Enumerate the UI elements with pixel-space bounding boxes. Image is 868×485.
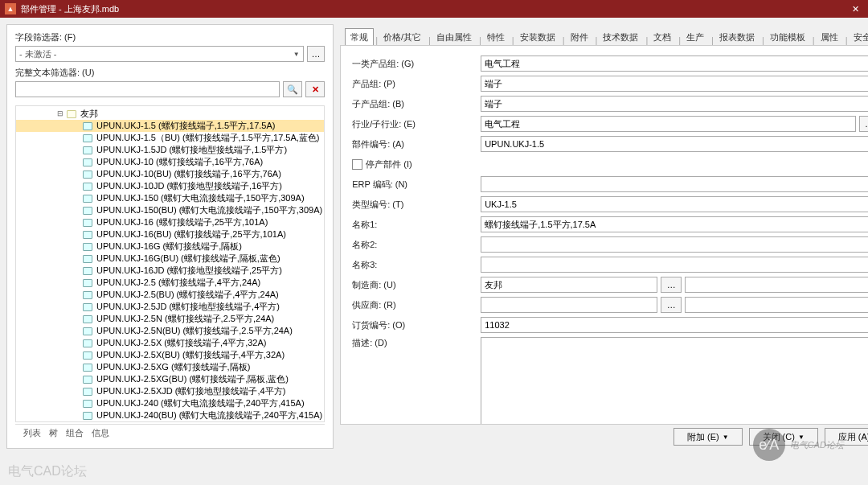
part-icon [83,376,92,384]
flabel: 行业/子行业: (E) [352,118,481,130]
tree-item[interactable]: UPUN.UKJ-2.5JD (螺钉接地型接线端子,4平方) [16,301,324,313]
tree-item[interactable]: UPUN.UKJ-1.5 (螺钉接线端子,1.5平方,17.5A) [16,120,324,132]
part-icon [83,303,92,311]
part-icon [83,195,92,203]
industry-browse-button[interactable]: … [859,116,868,132]
tree-view[interactable]: ⊟友邦UPUN.UKJ-1.5 (螺钉接线端子,1.5平方,17.5A)UPUN… [15,105,325,422]
tree-item[interactable]: UPUN.UKJ-2.5XG (螺钉接线端子,隔板) [16,361,324,373]
tree-item[interactable]: UPUN.UKJ-16G (螺钉接线端子,隔板) [16,240,324,253]
industry-input[interactable] [481,116,855,132]
tree-item[interactable]: UPUN.UKJ-2.5X(BU) (螺钉接线端子,4平方,32A) [16,349,324,361]
tab[interactable]: 特性 [481,28,510,45]
flabel: 产品组: (P) [352,78,481,90]
tab[interactable]: 附件 [565,28,594,45]
footer-tab[interactable]: 信息 [92,427,109,439]
part-icon [83,207,92,215]
supplier-extra-input[interactable] [685,297,868,313]
close-button[interactable]: 关闭 (C)▼ [749,428,818,446]
tree-item[interactable]: UPUN.UKJ-1.5JD (螺钉接地型接线端子,1.5平方) [16,144,324,156]
orderno-input[interactable] [481,317,868,333]
tab[interactable]: 文档 [648,28,677,45]
part-icon [83,412,92,420]
tree-item[interactable]: UPUN.UKJ-16 (螺钉接线端子,25平方,101A) [16,216,324,228]
footer-tab[interactable]: 树 [49,427,58,439]
tree-item[interactable]: UPUN.UKJ-2.5N (螺钉接线端子,2.5平方,24A) [16,313,324,325]
fulltext-input[interactable] [15,81,280,97]
right-panel: 常规|价格/其它|自由属性|特性|安装数据|附件|技术数据|文档|生产|报表数据… [340,24,868,449]
manufacturer-extra-input[interactable] [685,277,868,293]
tab[interactable]: 安全值 [848,28,868,45]
tree-item[interactable]: UPUN.UKJ-10JD (螺钉接地型接线端子,16平方) [16,180,324,192]
flabel: 一类产品组: (G) [352,58,481,70]
left-footer-tabs: 列表 树 组合 信息 [15,424,325,442]
footer-tab[interactable]: 组合 [66,427,84,439]
discontinued-checkbox[interactable] [352,159,362,170]
desc-textarea[interactable] [481,337,868,425]
flabel: 制造商: (U) [352,279,481,291]
tree-item[interactable]: UPUN.UKJ-2.5 (螺钉接线端子,4平方,24A) [16,277,324,289]
manufacturer-input[interactable] [481,277,657,293]
close-icon[interactable]: ✕ [847,4,863,14]
tree-item[interactable]: UPUN.UKJ-150(BU) (螺钉大电流接线端子,150平方,309A) [16,204,324,216]
tree-item[interactable]: UPUN.UKJ-16G(BU) (螺钉接线端子,隔板,蓝色) [16,253,324,265]
tree-item[interactable]: UPUN.UKJ-10 (螺钉接线端子,16平方,76A) [16,156,324,168]
footer-tab[interactable]: 列表 [23,427,41,439]
generic-group-combo[interactable]: 电气工程▼ [481,55,868,72]
name3-input[interactable] [481,257,868,273]
product-group-combo[interactable]: 端子▼ [481,76,868,92]
tree-root-label[interactable]: 友邦 [79,108,100,120]
tab[interactable]: 价格/其它 [378,28,427,45]
tab[interactable]: 自由属性 [431,28,477,45]
name2-input[interactable] [481,236,868,253]
tree-item[interactable]: UPUN.UKJ-2.5XJD (螺钉接地型接线端子,4平方) [16,385,324,397]
part-icon [83,364,92,372]
manufacturer-browse-button[interactable]: … [661,277,682,293]
tree-item[interactable]: UPUN.UKJ-2.5XG(BU) (螺钉接线端子,隔板,蓝色) [16,373,324,385]
filter-dropdown[interactable]: - 未激活 -▼ [15,46,304,62]
tree-item[interactable]: UPUN.UKJ-1.5（BU) (螺钉接线端子,1.5平方,17.5A,蓝色) [16,132,324,144]
part-icon [83,291,92,299]
part-icon [83,351,92,360]
part-icon [83,388,92,396]
supplier-browse-button[interactable]: … [661,297,682,313]
typeno-input[interactable] [481,196,868,212]
tree-item[interactable]: UPUN.UKJ-16JD (螺钉接地型接线端子,25平方) [16,265,324,277]
name1-input[interactable] [481,216,868,232]
flabel: 名称1: [352,219,481,231]
tree-item[interactable]: UPUN.UKJ-150 (螺钉大电流接线端子,150平方,309A) [16,192,324,204]
search-button[interactable]: 🔍 [283,81,302,97]
tree-item[interactable]: UPUN.UKJ-2.5(BU) (螺钉接线端子,4平方,24A) [16,289,324,301]
corner-label: 电气CAD论坛 [8,463,87,480]
tab[interactable]: 技术数据 [597,28,644,45]
tab[interactable]: 生产 [681,28,710,45]
part-icon [83,158,92,166]
tab-strip: 常规|价格/其它|自由属性|特性|安装数据|附件|技术数据|文档|生产|报表数据… [340,24,868,45]
apply-button[interactable]: 应用 (A) [825,428,868,446]
tab[interactable]: 功能模板 [764,28,811,45]
tree-item[interactable]: UPUN.UKJ-240 (螺钉大电流接线端子,240平方,415A) [16,397,324,409]
flabel: 部件编号: (A) [352,138,481,150]
tree-item[interactable]: UPUN.UKJ-16(BU) (螺钉接线端子,25平方,101A) [16,228,324,240]
sub-group-combo[interactable]: 端子▼ [481,96,868,112]
erp-input[interactable] [481,176,868,192]
flabel: 子产品组: (B) [352,98,481,110]
tab[interactable]: 常规 [345,28,374,45]
part-icon [83,327,92,335]
tree-item[interactable]: UPUN.UKJ-240(BU) (螺钉大电流接线端子,240平方,415A) [16,409,324,421]
supplier-input[interactable] [481,297,657,313]
tab[interactable]: 报表数据 [714,28,760,45]
tree-item[interactable]: UPUN.UKJ-2.5N(BU) (螺钉接线端子,2.5平方,24A) [16,325,324,337]
tree-item[interactable]: UPUN.UKJ-10(BU) (螺钉接线端子,16平方,76A) [16,168,324,180]
extras-button[interactable]: 附加 (E)▼ [674,428,743,446]
tab[interactable]: 属性 [815,28,844,45]
clear-button[interactable]: ✕ [305,81,325,97]
folder-icon [67,110,76,118]
partno-input[interactable] [481,136,868,152]
fulltext-label: 完整文本筛选器: (U) [15,67,325,79]
filter-more-button[interactable]: … [307,46,325,62]
tab[interactable]: 安装数据 [514,28,561,45]
flabel: 类型编号: (T) [352,199,481,211]
tree-item[interactable]: UPUN.UKJ-2.5X (螺钉接线端子,4平方,32A) [16,337,324,349]
tree-item[interactable]: UPUN.UKJ-35 (螺钉接线端子,50平方,150A) [16,421,324,422]
part-icon [83,171,92,179]
